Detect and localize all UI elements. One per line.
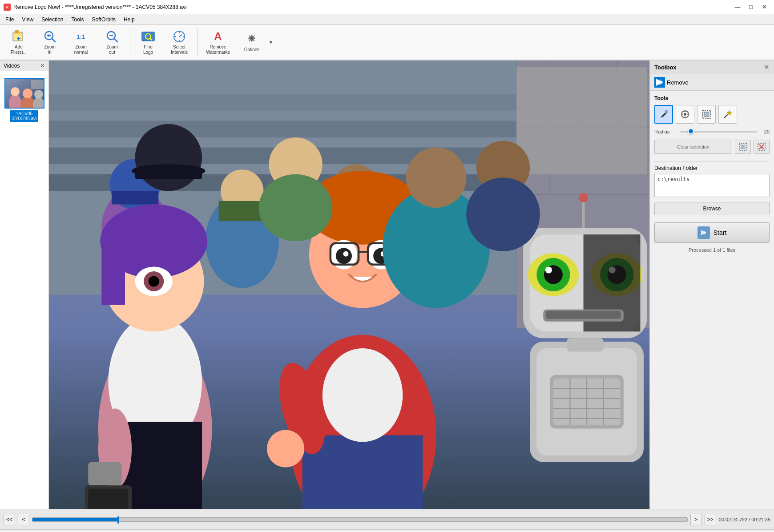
svg-marker-119 xyxy=(660,79,663,86)
svg-point-117 xyxy=(466,177,540,251)
svg-rect-58 xyxy=(101,238,125,305)
svg-point-124 xyxy=(687,113,689,115)
videos-panel-close[interactable]: ✕ xyxy=(40,62,45,69)
start-label: Start xyxy=(714,229,727,236)
maximize-button[interactable]: □ xyxy=(745,2,757,12)
title-bar: R Remove Logo Now! - ****Unregistered ve… xyxy=(0,0,774,14)
toolbar: AddFile(s)... Zoomin 1:1 Zoomnormal Zoom… xyxy=(0,25,774,60)
svg-line-4 xyxy=(52,39,55,42)
video-thumbnail[interactable]: watermark xyxy=(4,78,44,109)
menu-softorbits[interactable]: SoftOrbits xyxy=(89,16,119,24)
menu-help[interactable]: Help xyxy=(120,16,138,24)
seek-bar-area: << < > >> 00:02:24 792 / 00:21:35 xyxy=(0,509,774,529)
find-logo-icon xyxy=(141,29,155,44)
menu-file[interactable]: File xyxy=(2,16,17,24)
svg-point-23 xyxy=(11,87,20,96)
status-bar: ■ Stop t f ▶ xyxy=(0,529,774,532)
svg-rect-65 xyxy=(88,489,128,509)
svg-marker-129 xyxy=(727,110,732,115)
menu-bar: File View Selection Tools SoftOrbits Hel… xyxy=(0,14,774,25)
toolbox-title: Toolbox xyxy=(654,64,677,71)
svg-point-61 xyxy=(149,276,159,286)
svg-rect-37 xyxy=(112,191,158,204)
toolbox-panel: Toolbox ✕ Remove Tools xyxy=(649,60,774,509)
remove-watermarks-button[interactable]: A Remove Watermarks xyxy=(200,27,236,58)
menu-selection[interactable]: Selection xyxy=(38,16,67,24)
seek-bar[interactable] xyxy=(32,517,688,522)
brush-tool-button[interactable] xyxy=(676,105,694,124)
browse-button[interactable]: Browse xyxy=(654,202,770,215)
zoom-normal-icon: 1:1 xyxy=(74,29,88,44)
find-logo-button[interactable]: FindLogo xyxy=(133,27,163,58)
app-icon: R xyxy=(4,4,11,11)
magic-wand-button[interactable] xyxy=(718,105,737,124)
select-intervals-button[interactable]: SelectIntervals xyxy=(164,27,194,58)
minimize-button[interactable]: — xyxy=(731,2,744,12)
svg-point-120 xyxy=(665,110,668,113)
video-list: watermark xyxy=(0,71,48,125)
zoom-out-label: Zoomout xyxy=(106,44,118,55)
zoom-in-icon xyxy=(43,29,57,44)
seek-next-button[interactable]: > xyxy=(690,514,702,525)
destination-folder-input[interactable]: c:\results xyxy=(654,174,770,197)
rect-select-button[interactable] xyxy=(697,105,716,124)
video-svg xyxy=(49,60,649,509)
zoom-normal-button[interactable]: 1:1 Zoomnormal xyxy=(66,27,96,58)
toolbox-tab-label[interactable]: Remove xyxy=(667,79,688,86)
radius-thumb[interactable] xyxy=(688,128,694,134)
deselect-button[interactable] xyxy=(754,140,770,154)
svg-rect-52 xyxy=(516,67,647,174)
svg-point-68 xyxy=(322,348,403,442)
svg-point-115 xyxy=(406,148,466,208)
seek-next-frame-button[interactable]: >> xyxy=(705,514,716,525)
toolbox-header: Toolbox ✕ xyxy=(650,60,774,74)
menu-tools[interactable]: Tools xyxy=(68,16,88,24)
window-title: Remove Logo Now! - ****Unregistered vers… xyxy=(13,4,187,10)
video-file-name[interactable]: 1ACV05384X288.avi xyxy=(10,110,39,122)
add-files-button[interactable]: AddFile(s)... xyxy=(4,27,34,58)
zoom-in-button[interactable]: Zoomin xyxy=(35,27,65,58)
svg-line-8 xyxy=(114,39,117,42)
svg-point-111 xyxy=(132,164,205,177)
destination-folder-label: Destination Folder xyxy=(654,165,770,171)
select-all-button[interactable] xyxy=(735,140,751,154)
options-label: Options xyxy=(244,47,259,52)
close-button[interactable]: ✕ xyxy=(758,2,770,12)
tools-section-label: Tools xyxy=(654,95,770,101)
svg-point-27 xyxy=(34,90,43,99)
svg-point-107 xyxy=(579,193,588,202)
svg-point-19 xyxy=(250,37,253,40)
clear-sel-row: Clear selection xyxy=(654,140,770,154)
seek-prev-frame-button[interactable]: << xyxy=(4,514,15,525)
title-bar-left: R Remove Logo Now! - ****Unregistered ve… xyxy=(4,4,187,11)
svg-point-126 xyxy=(681,113,683,115)
menu-view[interactable]: View xyxy=(18,16,37,24)
select-intervals-label: SelectIntervals xyxy=(171,44,188,55)
video-area[interactable] xyxy=(49,60,649,509)
options-button[interactable]: Options xyxy=(237,27,267,58)
toolbox-tab-bar: Remove xyxy=(650,74,774,91)
radius-value: 20 xyxy=(761,129,770,134)
svg-point-25 xyxy=(23,89,32,98)
radius-slider[interactable] xyxy=(680,131,757,133)
toolbar-sep-2 xyxy=(197,29,198,56)
remove-watermarks-label: Remove Watermarks xyxy=(201,44,235,55)
svg-point-109 xyxy=(135,124,202,191)
options-icon xyxy=(245,32,259,46)
svg-line-18 xyxy=(179,35,182,36)
svg-marker-136 xyxy=(704,230,706,235)
toolbar-sep-1 xyxy=(130,29,130,56)
seek-time-display: 00:02:24 792 / 00:21:35 xyxy=(719,517,770,522)
zoom-out-icon xyxy=(105,29,119,44)
svg-rect-63 xyxy=(88,462,121,486)
start-button[interactable]: Start xyxy=(654,222,770,243)
toolbox-close-button[interactable]: ✕ xyxy=(764,63,770,71)
zoom-in-label: Zoomin xyxy=(44,44,56,55)
clear-selection-button[interactable]: Clear selection xyxy=(654,140,732,154)
zoom-out-button[interactable]: Zoomout xyxy=(97,27,127,58)
select-intervals-icon xyxy=(172,29,186,44)
pen-tool-button[interactable] xyxy=(654,105,673,124)
seek-prev-button[interactable]: < xyxy=(18,514,29,525)
radius-row: Radius 20 xyxy=(654,129,770,134)
toolbar-overflow[interactable]: ▼ xyxy=(268,27,274,58)
